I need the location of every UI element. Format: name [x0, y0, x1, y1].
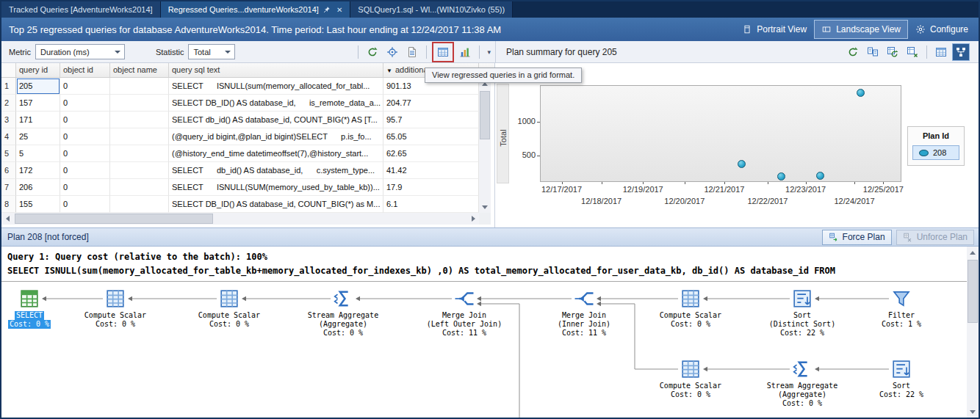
scroll-right-button[interactable]	[467, 213, 479, 225]
plan-grid-format-icon[interactable]	[932, 43, 950, 61]
cell-sql[interactable]: SELECT DB_ID() AS database_id, COUNT_BIG…	[169, 196, 383, 213]
cell-oname[interactable]	[110, 162, 169, 179]
plan-node[interactable]: Stream Aggregate(Aggregate)Cost: 0 %	[747, 358, 857, 408]
cell-qid[interactable]: 25	[16, 128, 60, 145]
plan-node[interactable]: Merge Join(Inner Join)Cost: 11 %	[529, 288, 639, 338]
column-header-sql[interactable]: query sql text	[169, 63, 383, 77]
plan-node[interactable]: Compute ScalarCost: 0 %	[174, 288, 284, 329]
table-row[interactable]: 550(@history_end_time datetimeoffset(7),…	[1, 145, 494, 162]
cell-oid[interactable]: 0	[60, 95, 110, 112]
column-header-qid[interactable]: query id	[16, 63, 60, 77]
cell-qid[interactable]: 205	[16, 78, 60, 95]
plan-node[interactable]: Compute ScalarCost: 0 %	[635, 288, 746, 329]
cell-qid[interactable]: 155	[16, 196, 60, 213]
table-row[interactable]: 81550SELECT DB_ID() AS database_id, COUN…	[1, 196, 494, 213]
landscape-view-button[interactable]: Landscape View	[814, 20, 908, 39]
grid-vertical-scrollbar[interactable]	[479, 78, 491, 213]
scroll-down-button[interactable]	[967, 406, 979, 418]
plan-node[interactable]: Merge Join(Left Outer Join)Cost: 11 %	[409, 288, 519, 338]
cell-oid[interactable]: 0	[60, 196, 110, 213]
column-header-oid[interactable]: object id	[60, 63, 110, 77]
toolbar-overflow-icon[interactable]: ▾	[487, 48, 491, 56]
plan-node[interactable]: Sort(Distinct Sort)Cost: 22 %	[747, 288, 857, 338]
refresh-icon[interactable]	[844, 43, 862, 61]
legend-entry-plan-208[interactable]: 208	[912, 145, 959, 160]
configure-button[interactable]: Configure	[908, 20, 976, 39]
cell-rownum[interactable]: 5	[1, 145, 16, 162]
cell-qid[interactable]: 172	[16, 162, 60, 179]
cell-val[interactable]: 62.65	[383, 145, 479, 162]
cell-rownum[interactable]: 2	[1, 95, 16, 112]
show-execution-plan-icon[interactable]	[952, 43, 970, 61]
cell-sql[interactable]: SELECT db_id() AS database_id, c.system_…	[169, 162, 383, 179]
cell-val[interactable]: 65.05	[383, 128, 479, 145]
column-header-oname[interactable]: object name	[110, 63, 169, 77]
cell-oname[interactable]	[110, 78, 169, 95]
cell-oname[interactable]	[110, 196, 169, 213]
track-query-icon[interactable]	[383, 43, 401, 61]
cell-oid[interactable]: 0	[60, 145, 110, 162]
force-plan-icon[interactable]	[884, 43, 901, 61]
table-row[interactable]: 12050SELECT ISNULL(sum(memory_allocated_…	[1, 78, 494, 95]
statistic-dropdown[interactable]: Total	[188, 44, 235, 59]
cell-sql[interactable]: SELECT DB_ID() AS database_id, is_remote…	[169, 95, 383, 112]
plan-vertical-scrollbar[interactable]	[967, 247, 979, 418]
scroll-up-button[interactable]	[967, 247, 979, 258]
table-row[interactable]: 31710SELECT db_id() AS database_id, COUN…	[1, 112, 494, 128]
scrollbar-thumb[interactable]	[968, 260, 978, 323]
plan-node[interactable]: SortCost: 22 %	[846, 358, 956, 399]
metric-dropdown[interactable]: Duration (ms)	[35, 44, 125, 59]
cell-qid[interactable]: 157	[16, 95, 60, 112]
data-point[interactable]	[738, 160, 746, 168]
column-header-rownum[interactable]	[1, 63, 16, 77]
cell-val[interactable]: 41.42	[383, 162, 479, 179]
cell-oname[interactable]	[110, 128, 169, 145]
cell-val[interactable]: 6.1	[383, 196, 479, 213]
cell-rownum[interactable]: 1	[1, 78, 16, 95]
data-point[interactable]	[777, 172, 785, 181]
plan-node[interactable]: Compute ScalarCost: 0 %	[635, 358, 746, 399]
cell-sql[interactable]: (@query_id bigint,@plan_id bigint)SELECT…	[169, 128, 383, 145]
cell-rownum[interactable]: 3	[1, 112, 16, 128]
cell-qid[interactable]: 5	[16, 145, 60, 162]
scroll-left-button[interactable]	[1, 213, 13, 225]
cell-qid[interactable]: 171	[16, 112, 60, 128]
grid-horizontal-scrollbar[interactable]	[1, 213, 479, 225]
table-row[interactable]: 61720SELECT db_id() AS database_id, c.sy…	[1, 162, 494, 179]
refresh-icon[interactable]	[364, 43, 381, 61]
cell-oid[interactable]: 0	[60, 162, 110, 179]
document-tab[interactable]: SQLQuery1.sql - Wl...(WIN10\Zivko (55))	[350, 1, 513, 18]
grid-view-icon[interactable]	[434, 43, 452, 61]
cell-rownum[interactable]: 7	[1, 179, 16, 196]
cell-val[interactable]: 95.7	[383, 112, 479, 128]
cell-oid[interactable]: 0	[60, 179, 110, 196]
scrollbar-thumb[interactable]	[480, 91, 490, 139]
cell-sql[interactable]: SELECT ISNULL(sum(memory_allocated_for_t…	[169, 78, 383, 95]
document-tab[interactable]: Tracked Queries [AdventureWorks2014]	[1, 1, 161, 18]
cell-val[interactable]: 204.77	[383, 95, 479, 112]
pin-icon[interactable]	[323, 6, 331, 13]
cell-oname[interactable]	[110, 112, 169, 128]
plan-node[interactable]: Stream Aggregate(Aggregate)Cost: 0 %	[288, 288, 398, 338]
cell-rownum[interactable]: 4	[1, 128, 16, 145]
cell-oid[interactable]: 0	[60, 128, 110, 145]
cell-sql[interactable]: SELECT ISNULL(SUM(memory_used_by_table_k…	[169, 179, 383, 196]
cell-sql[interactable]: SELECT db_id() AS database_id, COUNT_BIG…	[169, 112, 383, 128]
cell-sql[interactable]: (@history_end_time datetimeoffset(7),@hi…	[169, 145, 383, 162]
table-row[interactable]: 21570SELECT DB_ID() AS database_id, is_r…	[1, 95, 494, 112]
scrollbar-thumb[interactable]	[15, 214, 213, 224]
chart-view-icon[interactable]	[456, 43, 474, 61]
cell-oid[interactable]: 0	[60, 78, 110, 95]
document-tab[interactable]: Regressed Queries...dventureWorks2014]✕	[161, 1, 351, 18]
unforce-plan-button[interactable]: Unforce Plan	[896, 230, 974, 245]
plan-node[interactable]: Compute ScalarCost: 0 %	[60, 288, 170, 329]
scroll-down-button[interactable]	[479, 201, 491, 213]
cell-oname[interactable]	[110, 95, 169, 112]
force-plan-button[interactable]: Force Plan	[822, 230, 892, 245]
cell-oname[interactable]	[110, 145, 169, 162]
view-query-text-icon[interactable]	[403, 43, 421, 61]
close-icon[interactable]: ✕	[336, 6, 342, 14]
cell-rownum[interactable]: 8	[1, 196, 16, 213]
portrait-view-button[interactable]: Portrait View	[735, 20, 814, 39]
cell-oname[interactable]	[110, 179, 169, 196]
